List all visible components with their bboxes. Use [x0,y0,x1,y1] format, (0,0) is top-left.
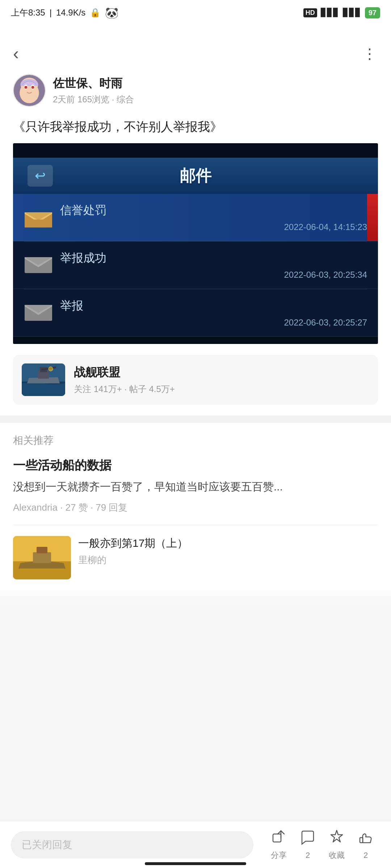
reply-placeholder: 已关闭回复 [22,838,72,852]
battery-indicator: 97 [365,7,380,18]
community-thumbnail [22,363,65,396]
bottom-fade [0,590,391,612]
svg-point-6 [31,86,34,89]
rec-item-2[interactable]: 一般亦到第17期（上） 里柳的 [13,536,378,579]
signal-icon: ▊▊▊ [321,8,339,17]
svg-rect-19 [33,552,51,563]
game-title-label: 邮件 [180,165,211,187]
lock-icon: 🔒 [90,8,101,18]
author-meta: 佐世保、时雨 2天前 165浏览 · 综合 [53,76,134,105]
bottom-bar: 已关闭回复 分享 2 收藏 [0,821,391,868]
comment-count: 2 [306,851,310,860]
rec-meta-2: 里柳的 [78,554,378,566]
author-sub: 2天前 165浏览 · 综合 [53,94,134,105]
envelope-closed-icon-1 [24,254,53,276]
mail-date-3: 2022-06-03, 20:25:27 [60,318,367,328]
star-icon [329,829,345,848]
avatar[interactable] [13,74,46,107]
mail-content-2: 举报成功 2022-06-03, 20:25:34 [60,250,367,280]
like-button[interactable]: 2 [351,830,380,860]
recommendations-section: 相关推荐 一些活动船的数据 没想到一天就攒齐一百赞了，早知道当时应该要五百赞..… [0,423,391,590]
mail-list: 信誉处罚 2022-06-04, 14:15:23 [13,194,378,344]
top-nav: ‹ ⋮ [13,36,378,74]
status-right: HD ▊▊▊ ▊▊▊ 97 [303,7,380,18]
rec-divider [13,525,378,525]
favorite-button[interactable]: 收藏 [322,829,351,861]
favorite-label: 收藏 [329,850,345,861]
comment-button[interactable]: 2 [293,830,322,860]
svg-point-16 [49,367,53,371]
post-image: ↩ 邮件 [13,143,378,344]
avatar-image [14,75,45,106]
rec-item-1[interactable]: 一些活动船的数据 没想到一天就攒齐一百赞了，早知道当时应该要五百赞... Ale… [13,456,378,514]
signal2-icon: ▊▊▊ [343,8,361,17]
share-label: 分享 [271,850,287,861]
mail-content-1: 信誉处罚 2022-06-04, 14:15:23 [60,203,367,232]
mail-item-3[interactable]: 举报 2022-06-03, 20:25:27 [13,289,378,337]
rec-text-2: 一般亦到第17期（上） 里柳的 [78,536,378,566]
rec-subtitle-1: 没想到一天就攒齐一百赞了，早知道当时应该要五百赞... [13,478,378,495]
community-stats: 关注 141万+ · 帖子 4.5万+ [74,383,369,395]
mail-item-1[interactable]: 信誉处罚 2022-06-04, 14:15:23 [13,194,378,241]
reply-input[interactable]: 已关闭回复 [11,831,253,859]
svg-rect-21 [273,834,281,842]
mail-content-3: 举报 2022-06-03, 20:25:27 [60,298,367,328]
game-screenshot: ↩ 邮件 [13,143,378,344]
envelope-open-icon [24,207,53,228]
bilibili-icon: 🐼 [105,7,118,19]
status-time: 上午8:35 [11,7,45,18]
status-speed: 14.9K/s [56,8,85,18]
svg-rect-8 [25,220,52,227]
section-title: 相关推荐 [13,434,378,447]
status-separator: | [50,8,52,18]
mail-subject-3: 举报 [60,298,367,314]
mail-item-2[interactable]: 举报成功 2022-06-03, 20:25:34 [13,242,378,289]
mail-date-2: 2022-06-03, 20:25:34 [60,270,367,280]
share-icon [271,829,287,848]
status-left: 上午8:35 | 14.9K/s 🔒 🐼 [11,7,118,19]
envelope-closed-icon-2 [24,302,53,324]
more-button[interactable]: ⋮ [362,45,378,62]
community-section: 战舰联盟 关注 141万+ · 帖子 4.5万+ [13,355,378,416]
home-indicator [145,862,246,865]
game-header: ↩ 邮件 [13,158,378,194]
comment-icon [300,830,316,849]
back-button[interactable]: ‹ [13,43,19,63]
game-back-button: ↩ [28,165,53,187]
community-card[interactable]: 战舰联盟 关注 141万+ · 帖子 4.5万+ [13,355,378,405]
rec-title-1: 一些活动船的数据 [13,456,378,475]
like-count: 2 [363,851,368,860]
mail-date-1: 2022-06-04, 14:15:23 [60,222,367,232]
post-title: 《只许我举报成功，不许别人举报我》 [13,118,378,136]
author-name[interactable]: 佐世保、时雨 [53,76,134,92]
rec-meta-1: Alexandria · 27 赞 · 79 回复 [13,501,378,514]
hd-badge: HD [303,8,317,17]
like-icon [358,830,374,849]
red-stripe-1 [367,194,378,241]
svg-point-5 [25,86,28,89]
section-divider [0,416,391,423]
status-bar: 上午8:35 | 14.9K/s 🔒 🐼 HD ▊▊▊ ▊▊▊ 97 [0,0,391,25]
svg-rect-23 [360,838,363,843]
rec-thumbnail-2 [13,536,71,579]
rec-title-2: 一般亦到第17期（上） [78,536,378,551]
share-button[interactable]: 分享 [264,829,293,861]
community-name: 战舰联盟 [74,365,369,380]
mail-subject-1: 信誉处罚 [60,203,367,218]
author-section: 佐世保、时雨 2天前 165浏览 · 综合 [13,74,378,107]
mail-subject-2: 举报成功 [60,250,367,266]
community-info: 战舰联盟 关注 141万+ · 帖子 4.5万+ [74,365,369,395]
svg-rect-20 [37,547,47,553]
main-content: ‹ ⋮ [0,25,391,416]
